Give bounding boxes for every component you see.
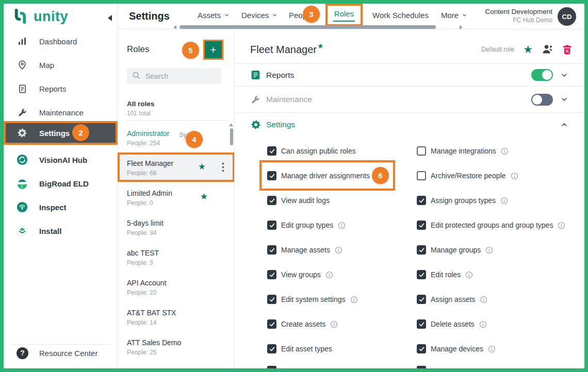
add-role-button[interactable]: + [205,41,222,58]
tab-assets[interactable]: Assets [198,11,230,20]
search-input[interactable] [144,72,211,81]
default-role-star-icon: ★ [200,191,208,202]
sidebar-item-inspect[interactable]: Inspect [4,196,118,218]
role-row-5-days-limit[interactable]: 5-days limitPeople: 34 [118,213,235,242]
role-row-at-t-bat-stx[interactable]: AT&T BAT STXPeople: 14 [118,303,235,332]
chevron-up-icon[interactable] [560,121,568,129]
permission-label: Can assign public roles [281,147,356,155]
checkbox-checked[interactable] [267,344,276,353]
tab-more[interactable]: More [441,11,467,20]
resource-center-button[interactable]: ? Resource Center [4,343,117,363]
sidebar-item-map[interactable]: Map [4,54,118,76]
role-detail-panel: Fleet Manager★ Default role ★ [235,29,584,368]
sidebar-item-install[interactable]: Install [4,219,118,242]
report-doc-icon [17,83,28,94]
info-icon[interactable] [335,246,342,254]
caret-down-icon [272,12,277,18]
tab-work-schedules[interactable]: Work Schedules [372,11,429,20]
checkbox-checked[interactable] [267,245,276,255]
hscroll-thumb[interactable] [179,25,436,29]
kebab-menu-icon[interactable] [222,162,224,174]
checkbox-checked[interactable] [267,221,276,230]
sidebar-item-reports[interactable]: Reports [4,77,118,100]
role-row-att-sales-demo[interactable]: ATT Sales DemoPeople: 25 [118,333,235,362]
role-row-fleet-manager[interactable]: Fleet ManagerPeople: 66★ [118,153,235,182]
sidebar-item-visionai-hub[interactable]: VisionAI Hub [4,148,118,171]
checkbox-checked[interactable] [267,319,276,329]
tab-label: Devices [241,11,269,20]
info-icon[interactable] [558,222,565,229]
vscroll-up-arrow-icon[interactable] [229,123,233,126]
info-icon[interactable] [485,246,493,254]
toggle-on[interactable] [531,69,553,81]
permission-edit-protected-groups-and-group-types: Edit protected groups and group types [417,218,565,232]
sidebar-item-settings[interactable]: Settings [4,121,118,145]
checkbox-checked[interactable] [267,146,276,156]
section-settings[interactable]: Settings [235,112,584,136]
sidebar-item-dashboard[interactable]: Dashboard [4,30,118,53]
hscroll-left-arrow-icon[interactable] [173,25,176,29]
sidebar-collapse-icon[interactable] [108,15,112,21]
info-icon[interactable] [500,197,508,205]
role-name: abc TEST [127,249,159,257]
section-reports[interactable]: Reports [235,63,584,86]
gear-icon [250,119,261,130]
tab-roles[interactable]: Roles [325,4,363,26]
tab-devices[interactable]: Devices [241,11,277,20]
checkbox-checked[interactable] [417,245,426,255]
inspect-icon [17,201,28,213]
checkbox-checked[interactable] [417,344,426,353]
checkbox-checked[interactable] [417,319,426,329]
info-icon[interactable] [488,345,496,353]
info-icon[interactable] [465,271,473,279]
permission-edit-asset-types: Edit asset types [267,342,332,356]
section-maintenance[interactable]: Maintenance [235,86,584,112]
role-row-api-account[interactable]: API AccountPeople: 20 [118,273,235,302]
sidebar-item-maintenance[interactable]: Maintenance [4,101,118,124]
checkbox-unchecked[interactable] [417,171,426,180]
role-name: ATT Sales Demo [127,339,181,347]
role-people-count: People: 20 [127,289,156,296]
annotation-badge-3: 3 [303,6,320,23]
checkbox-checked[interactable] [417,221,426,230]
role-detail-actions: Default role ★ [481,44,572,55]
checkbox-checked[interactable] [267,196,276,205]
info-icon[interactable] [330,320,338,328]
chevron-down-icon[interactable] [560,95,568,104]
checkbox-checked[interactable] [417,270,426,279]
checkbox-checked[interactable] [267,171,276,180]
permission-delete-assets: Delete assets [417,317,487,331]
unity-logo-icon [12,8,29,27]
chevron-down-icon[interactable] [560,71,568,79]
checkbox-checked[interactable] [417,196,426,205]
install-icon [17,225,28,236]
sidebar-item-bigroad-eld[interactable]: BigRoad ELD [4,172,118,195]
info-icon[interactable] [350,296,358,303]
sidebar-item-label: Settings [39,129,70,138]
info-icon[interactable] [511,172,518,180]
info-icon[interactable] [501,147,509,155]
role-row-administrator[interactable]: AdministratorPeople: 254System [118,124,235,153]
permission-label: Assign assets [431,295,475,303]
checkbox-checked[interactable] [267,270,276,279]
vscroll-thumb[interactable] [230,128,233,145]
role-row-abc-test[interactable]: abc TESTPeople: 3 [118,243,235,272]
avatar[interactable]: CD [558,7,576,26]
hscroll-right-arrow-icon[interactable] [460,25,463,29]
info-icon[interactable] [480,296,487,303]
info-icon[interactable] [325,271,333,279]
checkbox-checked[interactable] [267,295,276,304]
permission-label: Edit protected groups and group types [431,221,553,229]
info-icon[interactable] [338,222,346,229]
checkbox-checked[interactable] [417,295,426,304]
role-row-limited-admin[interactable]: Limited AdminPeople: 0★ [118,183,235,212]
toggle-off[interactable] [531,94,553,106]
assign-people-icon[interactable] [542,44,553,55]
default-role-star-icon[interactable]: ★ [523,44,533,55]
role-people-count: People: 25 [127,349,156,356]
delete-role-icon[interactable] [562,44,572,55]
permission-label: View groups [281,270,321,279]
checkbox-unchecked[interactable] [417,146,426,156]
info-icon[interactable] [479,320,487,328]
toggle-knob [542,70,552,80]
